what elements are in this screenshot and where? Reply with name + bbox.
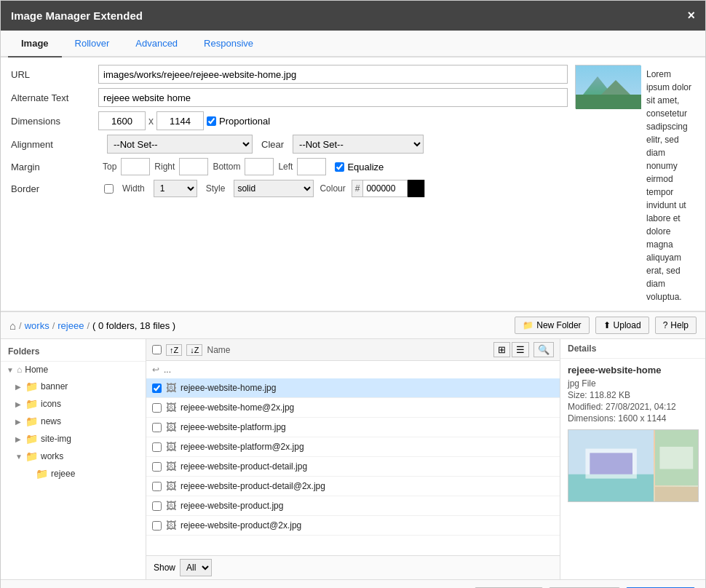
file-checkbox-3[interactable] (152, 442, 162, 452)
file-row-3[interactable]: 🖼 rejeee-website-platform@2x.jpg (146, 437, 560, 457)
tree-item-banner[interactable]: ▶ 📁 banner (1, 378, 146, 395)
close-icon[interactable]: × (687, 8, 695, 23)
margin-bottom-input[interactable] (245, 158, 274, 175)
sort-desc-button[interactable]: ↓Z (186, 344, 202, 356)
tab-advanced[interactable]: Advanced (122, 31, 191, 57)
tab-bar: Image Rollover Advanced Responsive (1, 31, 705, 57)
tree-label-rejeee: rejeee (51, 469, 75, 479)
details-header: Details (560, 339, 705, 359)
file-checkbox-1[interactable] (152, 403, 162, 413)
file-checkbox-4[interactable] (152, 462, 162, 472)
tab-image[interactable]: Image (8, 31, 62, 57)
tree-item-rejeee[interactable]: 📁 rejeee (1, 465, 146, 482)
grid-view-button[interactable]: ⊞ (493, 342, 510, 357)
file-type-icon-1: 🖼 (166, 402, 176, 413)
border-width-select[interactable]: 1 (154, 180, 197, 197)
file-type-icon-3: 🖼 (166, 441, 176, 453)
dim-width-input[interactable] (98, 111, 146, 130)
file-row-7[interactable]: 🖼 rejeee-website-product@2x.jpg (146, 516, 560, 536)
dialog-title: Image Manager Extended (11, 9, 143, 22)
alt-input[interactable] (98, 88, 568, 107)
svg-rect-7 (590, 453, 632, 474)
search-button[interactable]: 🔍 (534, 342, 554, 357)
file-row-5[interactable]: 🖼 rejeee-website-product-detail@2x.jpg (146, 477, 560, 496)
border-label: Border (11, 183, 98, 194)
tab-responsive[interactable]: Responsive (191, 31, 266, 57)
details-name: rejeee-website-home (568, 365, 699, 376)
file-checkbox-7[interactable] (152, 521, 162, 531)
help-button[interactable]: ? Help (655, 317, 697, 334)
view-buttons: ⊞ ☰ (493, 342, 529, 357)
new-folder-button[interactable]: 📁 New Folder (515, 317, 589, 334)
file-row-0[interactable]: 🖼 rejeee-website-home.jpg (146, 378, 560, 398)
dialog-header: Image Manager Extended × (1, 1, 705, 31)
margin-top-input[interactable] (121, 158, 150, 175)
tree-label-site-img: site-img (41, 434, 71, 444)
home-breadcrumb-icon[interactable]: ⌂ (9, 319, 16, 332)
tree-item-news[interactable]: ▶ 📁 news (1, 413, 146, 430)
proportional-checkbox[interactable] (207, 116, 216, 126)
tree-item-works[interactable]: ▼ 📁 works (1, 448, 146, 465)
fm-footer: Show All (146, 555, 560, 579)
tree-label-icons: icons (41, 399, 61, 409)
folder-icon-rejeee: 📁 (36, 468, 48, 480)
alignment-select[interactable]: --Not Set-- (107, 135, 253, 154)
select-all-checkbox[interactable] (152, 345, 162, 354)
details-modified: Modified: 27/08/2021, 04:12 (568, 402, 699, 412)
expand-arrow-site-img: ▶ (15, 435, 23, 443)
sort-asc-button[interactable]: ↑Z (166, 344, 182, 356)
equalize-checkbox[interactable] (335, 162, 344, 172)
border-colour-label: Colour (320, 183, 345, 194)
clear-select[interactable]: --Not Set-- (293, 135, 424, 154)
file-type-icon-2: 🖼 (166, 421, 176, 433)
tree-label-news: news (41, 416, 61, 426)
dimensions-row: Dimensions x Proportional (11, 111, 568, 130)
colour-input[interactable] (363, 180, 407, 196)
alignment-row: Alignment --Not Set-- Clear --Not Set-- (11, 135, 568, 154)
expand-arrow-works: ▼ (15, 453, 23, 461)
thumb-inner (568, 430, 698, 501)
clear-label: Clear (261, 139, 284, 150)
border-style-select[interactable]: solid (234, 180, 314, 197)
file-row-4[interactable]: 🖼 rejeee-website-product-detail.jpg (146, 457, 560, 477)
tab-rollover[interactable]: Rollover (62, 31, 123, 57)
file-row-6[interactable]: 🖼 rejeee-website-product.jpg (146, 496, 560, 516)
back-row[interactable]: ↩ ... (146, 361, 560, 378)
folder-icon-banner: 📁 (25, 381, 38, 392)
tree-label-banner: banner (41, 381, 68, 392)
colour-hash: # (352, 180, 364, 196)
svg-rect-9 (660, 447, 694, 469)
upload-icon: ⬆ (603, 320, 611, 330)
margin-bottom-label: Bottom (213, 162, 240, 172)
file-name-0: rejeee-website-home.jpg (181, 383, 554, 393)
border-checkbox[interactable] (104, 184, 114, 194)
file-checkbox-0[interactable] (152, 384, 162, 393)
show-label: Show (154, 563, 175, 573)
margin-left-input[interactable] (297, 158, 326, 175)
file-checkbox-6[interactable] (152, 501, 162, 511)
margin-right-input[interactable] (179, 158, 208, 175)
list-view-button[interactable]: ☰ (512, 342, 529, 357)
url-input[interactable] (98, 65, 568, 84)
file-row-1[interactable]: 🖼 rejeee-website-home@2x.jpg (146, 398, 560, 418)
breadcrumb-works[interactable]: works (25, 320, 49, 331)
file-checkbox-5[interactable] (152, 482, 162, 491)
new-folder-icon: 📁 (523, 320, 534, 330)
file-row-2[interactable]: 🖼 rejeee-website-platform.jpg (146, 418, 560, 437)
dim-height-input[interactable] (156, 111, 204, 130)
details-thumbnail (568, 429, 699, 502)
expand-arrow-news: ▶ (15, 418, 23, 426)
colour-swatch[interactable] (407, 180, 424, 197)
breadcrumb-rejeee[interactable]: rejeee (57, 320, 84, 331)
details-type: jpg File (568, 378, 699, 389)
upload-button[interactable]: ⬆ Upload (595, 317, 649, 334)
file-checkbox-2[interactable] (152, 423, 162, 432)
dimensions-label: Dimensions (11, 116, 98, 127)
breadcrumb-bar: ⌂ / works / rejeee / ( 0 folders, 18 fil… (1, 312, 705, 339)
preview-text: Lorem ipsum dolor sit amet, consetetur s… (646, 68, 695, 303)
tree-item-icons[interactable]: ▶ 📁 icons (1, 395, 146, 413)
show-select[interactable]: All (180, 559, 212, 576)
file-type-icon-7: 🖼 (166, 520, 176, 531)
tree-item-home[interactable]: ▼ ⌂ Home (1, 362, 146, 378)
tree-item-site-img[interactable]: ▶ 📁 site-img (1, 430, 146, 448)
